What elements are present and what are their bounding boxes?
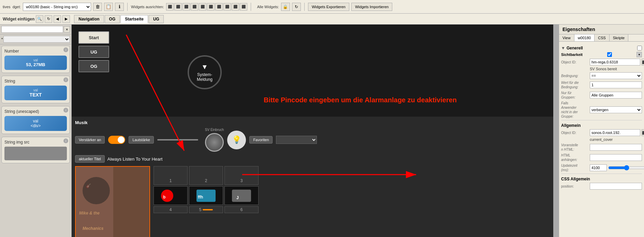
ffh-logo: ffh xyxy=(196,189,216,203)
align-middle-btn[interactable]: ⬛ xyxy=(199,3,206,11)
ug-button[interactable]: UG xyxy=(78,46,109,58)
props-content: ▼ Generell Sichtbarkeit ▼ Object ID: ⬛ S… xyxy=(559,42,644,237)
string-unescaped-title: String (unescaped) i xyxy=(4,109,67,114)
bedingung-select[interactable]: == xyxy=(590,72,642,79)
align-top-btn[interactable]: ⬛ xyxy=(191,3,198,11)
grid-btn-4[interactable]: 4 xyxy=(153,206,188,213)
align-left-btn[interactable]: ⬛ xyxy=(166,3,174,11)
falls-anwender-select[interactable]: verbergen xyxy=(590,106,642,113)
widgets-importieren-btn[interactable]: Widgets Importieren xyxy=(351,3,392,11)
voranstellen-input[interactable] xyxy=(590,144,642,151)
object-id-pick-btn[interactable]: ⬛ xyxy=(642,59,644,65)
updatezeit-slider[interactable] xyxy=(608,165,644,171)
widget-select[interactable]: w00180 (basic - String img src) xyxy=(23,3,91,11)
grid-btn-5[interactable]: 5 xyxy=(189,206,223,213)
string-info-icon[interactable]: i xyxy=(63,77,68,82)
sidebar-refresh-btn[interactable]: ↻ xyxy=(45,15,52,23)
sichtbarkeit-checkbox[interactable] xyxy=(607,52,612,57)
object-id2-input[interactable] xyxy=(590,129,640,136)
center-scrollbar[interactable] xyxy=(553,25,559,237)
object-id2-pick-btn[interactable]: ⬛ xyxy=(642,129,644,136)
string-imgsrc-widget-card[interactable]: String img src i xyxy=(1,137,70,163)
props-tab-css[interactable]: CSS xyxy=(595,34,610,41)
align-v-spread-btn[interactable]: ⬛ xyxy=(223,3,231,11)
generell-section-header: ▼ Generell xyxy=(561,46,642,50)
tab-ug[interactable]: UG xyxy=(149,15,164,23)
voranstellen-row: Voranstellen HTML: xyxy=(561,143,642,152)
string-widget-card[interactable]: String i val TEXT xyxy=(1,76,70,103)
favoriten-dropdown[interactable] xyxy=(276,136,317,144)
string-widget-title: String i xyxy=(4,79,67,84)
category-select[interactable] xyxy=(3,36,70,43)
html-anhangen-input[interactable] xyxy=(590,154,642,161)
aktueller-titel-btn[interactable]: aktueller Titel xyxy=(75,155,105,163)
number-info-icon[interactable]: i xyxy=(63,47,68,52)
filter-prefix: * xyxy=(1,37,3,41)
favoriten-btn[interactable]: Favoriten xyxy=(249,136,273,144)
left-sidebar: ✕ * Number i val 53, 27MB xyxy=(0,25,72,237)
sichtbarkeit-expand-btn[interactable]: ▼ xyxy=(636,52,642,57)
radio-btn-3[interactable]: J xyxy=(224,186,259,205)
system-meldung-circle[interactable]: ▼ System-Meldung xyxy=(188,55,222,89)
music-ui: Start UG OG ▼ System-Meldung Bitte Pinco… xyxy=(72,25,553,237)
grid-btn-3[interactable]: 3 xyxy=(224,166,259,185)
align-right-btn[interactable]: ⬛ xyxy=(182,3,190,11)
voranstellen-label: Voranstellen HTML: xyxy=(561,143,588,152)
bedingung-label: Bedingung: xyxy=(561,74,588,78)
start-button[interactable]: Start xyxy=(78,31,109,44)
align-h-equal-btn[interactable]: ⬛ xyxy=(232,3,239,11)
string-imgsrc-info-icon[interactable]: i xyxy=(63,138,68,143)
lautstarke-btn[interactable]: Lautstärke xyxy=(129,136,153,144)
refresh-btn[interactable]: ↻ xyxy=(292,3,301,11)
svg-text:J: J xyxy=(236,195,239,200)
sidebar-search-input[interactable] xyxy=(1,26,63,33)
position-input[interactable] xyxy=(590,183,642,190)
nav-forward-btn[interactable]: ▶ xyxy=(62,15,70,23)
delete-widget-btn[interactable]: 🗑 xyxy=(93,3,102,11)
sidebar-close-btn[interactable]: ✕ xyxy=(64,26,70,32)
props-tab-view[interactable]: View xyxy=(559,34,574,41)
light-bulb-icon[interactable]: 💡 xyxy=(227,131,246,149)
tab-navigation[interactable]: Navigation xyxy=(74,15,104,23)
props-tab-w00180[interactable]: w00180 xyxy=(574,34,595,41)
wert-bedingung-input[interactable] xyxy=(590,82,642,88)
nur-fur-gruppen-input[interactable] xyxy=(590,92,642,99)
position-row: position: xyxy=(561,183,642,190)
separator1 xyxy=(127,3,128,11)
info-widget-btn[interactable]: ℹ xyxy=(115,3,124,11)
toggle-knob xyxy=(118,136,125,143)
og-button[interactable]: OG xyxy=(78,60,109,72)
sv-einbruch-knob[interactable] xyxy=(205,133,224,152)
wert-bedingung-row: Wert für dieBedingung: xyxy=(561,80,642,89)
align-center-v-btn[interactable]: ⬛ xyxy=(174,3,182,11)
align-h-spread-btn[interactable]: ⬛ xyxy=(215,3,223,11)
lautstarke-slider[interactable] xyxy=(157,139,198,140)
nav-back-btn[interactable]: ◀ xyxy=(54,15,61,23)
updatezeit-input[interactable] xyxy=(590,164,607,171)
align-v-equal-btn[interactable]: ⬛ xyxy=(240,3,247,11)
radio-btn-2[interactable]: ffh xyxy=(189,186,223,205)
object-id-input[interactable] xyxy=(590,59,640,65)
sidebar-search-btn[interactable]: 🔍 xyxy=(36,15,43,23)
grid-btn-6[interactable]: 6 xyxy=(224,206,259,213)
generell-checkbox[interactable] xyxy=(637,46,642,50)
string-unescaped-info-icon[interactable]: i xyxy=(63,108,68,113)
copy-widget-btn[interactable]: 📋 xyxy=(104,3,113,11)
widgets-exportieren-btn[interactable]: Widgets Exportieren xyxy=(308,3,349,11)
grid-btn-2[interactable]: 2 xyxy=(189,166,223,185)
falls-anwender-label: FallsAnwendernicht in derGruppe: xyxy=(561,101,588,119)
radio-btn-1[interactable]: b 1 xyxy=(153,186,188,205)
lock-btn[interactable]: 🔒 xyxy=(281,3,290,11)
grid-btn-1[interactable]: 1 xyxy=(153,166,188,185)
j-logo: J xyxy=(231,189,252,203)
toggle-switch[interactable] xyxy=(108,136,125,144)
tab-startseite[interactable]: Startseite xyxy=(120,15,148,23)
props-tab-skripte[interactable]: Skripte xyxy=(610,34,628,41)
controls-row2: aktueller Titel Always Listen To Your He… xyxy=(75,155,550,163)
align-bottom-btn[interactable]: ⬛ xyxy=(207,3,215,11)
string-unescaped-widget-card[interactable]: String (unescaped) i val <div> xyxy=(1,106,70,134)
verstarker-an-btn[interactable]: Verstärker an xyxy=(75,136,105,144)
tab-og[interactable]: OG xyxy=(105,15,120,23)
svg-text:Mechanics: Mechanics xyxy=(83,226,104,231)
number-widget-card[interactable]: Number i val 53, 27MB xyxy=(1,46,70,73)
